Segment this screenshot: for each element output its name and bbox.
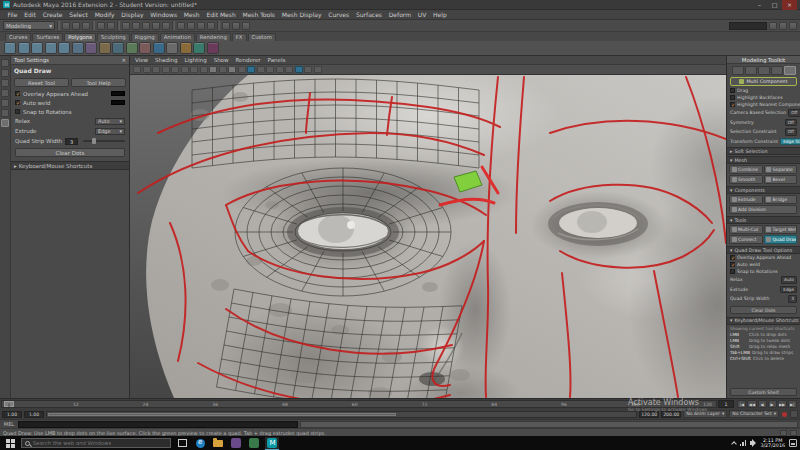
- shelf-platonic-icon[interactable]: [85, 42, 97, 54]
- shelf-multicut-icon[interactable]: [139, 42, 151, 54]
- menu-mesh-tools[interactable]: Mesh Tools: [239, 11, 278, 18]
- menu-edit[interactable]: Edit: [21, 11, 39, 18]
- current-frame-marker[interactable]: 1: [4, 401, 14, 407]
- lock-camera-icon[interactable]: [143, 66, 151, 73]
- app-shortcut-button[interactable]: [247, 437, 261, 450]
- shelf-extrude-icon[interactable]: [112, 42, 124, 54]
- redo-icon[interactable]: [107, 22, 115, 30]
- tk-overlay-checkbox[interactable]: [730, 255, 735, 260]
- menu-mesh[interactable]: Mesh: [180, 11, 203, 18]
- play-button[interactable]: ▶: [768, 400, 777, 408]
- selection-constraint-value[interactable]: Off: [785, 128, 797, 136]
- rotate-tool-icon[interactable]: [1, 99, 9, 107]
- menu-surfaces[interactable]: Surfaces: [353, 11, 386, 18]
- connect-button[interactable]: Connect: [729, 235, 763, 244]
- auto-keyframe-toggle[interactable]: [782, 412, 787, 417]
- shelf-smooth-icon[interactable]: [126, 42, 138, 54]
- frame-back-button[interactable]: ◀: [758, 400, 767, 408]
- shelf-sculpt-icon[interactable]: [193, 42, 205, 54]
- add-division-button[interactable]: Add Division: [729, 205, 797, 214]
- current-frame-field[interactable]: 1: [718, 400, 734, 408]
- frame-forward-button[interactable]: ▶▶: [778, 400, 787, 408]
- tk-auto-weld-checkbox[interactable]: [730, 262, 735, 267]
- menu-modify[interactable]: Modify: [91, 11, 118, 18]
- safe-action-icon[interactable]: [228, 66, 236, 73]
- tk-snap-checkbox[interactable]: [730, 269, 735, 274]
- camera-attributes-icon[interactable]: [152, 66, 160, 73]
- highlight-nearest-checkbox[interactable]: [730, 102, 735, 107]
- camera-based-value[interactable]: Off: [788, 109, 800, 117]
- extrude-button[interactable]: Extrude: [729, 195, 763, 204]
- dot-color-swatch[interactable]: [111, 100, 125, 105]
- search-input[interactable]: [33, 440, 163, 446]
- vp-menu-renderer[interactable]: Renderer: [235, 57, 260, 63]
- camera-select-icon[interactable]: [133, 66, 141, 73]
- shelf-plane-icon[interactable]: [58, 42, 70, 54]
- shelf-tab-animation[interactable]: Animation: [160, 33, 195, 42]
- taskbar-search[interactable]: [21, 438, 171, 448]
- bridge-button[interactable]: Bridge: [764, 195, 798, 204]
- grid-toggle-icon[interactable]: [181, 66, 189, 73]
- range-slider-bar[interactable]: [46, 411, 637, 418]
- vp-menu-view[interactable]: View: [135, 57, 148, 63]
- tk-extrude-value[interactable]: Edge: [780, 286, 797, 294]
- shelf-torus-icon[interactable]: [72, 42, 84, 54]
- last-tool-icon[interactable]: [1, 119, 9, 127]
- network-icon[interactable]: [740, 440, 747, 446]
- lasso-tool-icon[interactable]: [1, 69, 9, 77]
- new-scene-icon[interactable]: [62, 22, 70, 30]
- sidebar-toolkit-icon[interactable]: [789, 22, 797, 30]
- show-manipulator-icon[interactable]: [790, 430, 797, 436]
- tk-strip-value[interactable]: 3: [788, 295, 797, 303]
- menu-edit-mesh[interactable]: Edit Mesh: [203, 11, 239, 18]
- xray-toggle-icon[interactable]: [295, 66, 303, 73]
- snap-grid-icon[interactable]: [122, 22, 130, 30]
- minimize-button[interactable]: –: [752, 0, 767, 10]
- antialiasing-icon[interactable]: [314, 66, 322, 73]
- shelf-bevel-icon[interactable]: [99, 42, 111, 54]
- bevel-button[interactable]: Bevel: [764, 175, 798, 184]
- volume-icon[interactable]: [750, 441, 753, 445]
- soft-selection-header[interactable]: ▸ Soft Selection: [727, 147, 800, 155]
- menu-create[interactable]: Create: [39, 11, 66, 18]
- overlay-checkbox[interactable]: [15, 91, 20, 96]
- overlay-color-swatch[interactable]: [111, 91, 125, 96]
- symmetry-value[interactable]: Off: [785, 119, 797, 127]
- shortcuts-section-header[interactable]: ▸ Keyboard/Mouse Shortcuts: [11, 161, 129, 170]
- mesh-section-header[interactable]: ▾ Mesh: [727, 156, 800, 164]
- textured-mode-icon[interactable]: [266, 66, 274, 73]
- select-by-hierarchy-icon[interactable]: [187, 22, 195, 30]
- menu-display[interactable]: Display: [118, 11, 147, 18]
- snap-curve-icon[interactable]: [132, 22, 140, 30]
- playback-start-field[interactable]: 1.00: [24, 411, 44, 418]
- vp-menu-show[interactable]: Show: [214, 57, 229, 63]
- render-icon[interactable]: [222, 22, 230, 30]
- close-button[interactable]: ×: [782, 0, 797, 10]
- shelf-wedge-icon[interactable]: [207, 42, 219, 54]
- open-scene-icon[interactable]: [72, 22, 80, 30]
- field-chart-icon[interactable]: [219, 66, 227, 73]
- shadows-toggle-icon[interactable]: [285, 66, 293, 73]
- start-button[interactable]: [3, 437, 17, 450]
- notification-center-icon[interactable]: [789, 439, 797, 447]
- tray-expand-icon[interactable]: [731, 441, 737, 447]
- quad-options-header[interactable]: ▾ Quad Draw Tool Options: [727, 246, 800, 254]
- close-icon[interactable]: ×: [121, 57, 126, 63]
- uv-mode-icon[interactable]: [784, 66, 796, 75]
- shelf-tab-sculpting[interactable]: Sculpting: [97, 33, 130, 42]
- step-back-button[interactable]: ◀◀: [747, 400, 756, 408]
- shelf-mirror-icon[interactable]: [166, 42, 178, 54]
- tool-help-button[interactable]: Tool Help: [71, 78, 126, 87]
- wireframe-on-shaded-icon[interactable]: [247, 66, 255, 73]
- animation-start-field[interactable]: 1.00: [2, 411, 22, 418]
- command-input[interactable]: [18, 421, 298, 428]
- combine-button[interactable]: Combine: [729, 165, 763, 174]
- menu-select[interactable]: Select: [66, 11, 91, 18]
- multi-cut-button[interactable]: Multi-Cut: [729, 225, 763, 234]
- tools-section-header[interactable]: ▾ Tools: [727, 216, 800, 224]
- snap-rotations-checkbox[interactable]: [15, 109, 20, 114]
- quad-draw-button[interactable]: Quad Draw: [764, 235, 798, 244]
- tk-clear-dots-button[interactable]: Clear Dots: [730, 306, 797, 314]
- menu-curves[interactable]: Curves: [325, 11, 353, 18]
- separate-button[interactable]: Separate: [764, 165, 798, 174]
